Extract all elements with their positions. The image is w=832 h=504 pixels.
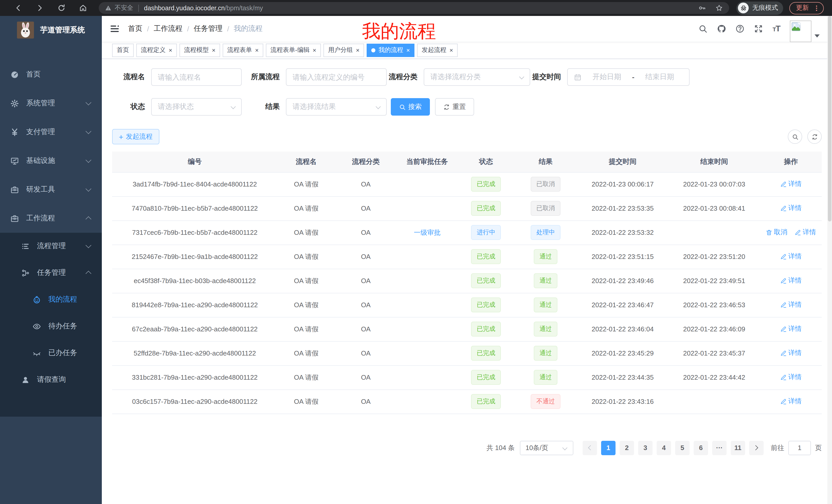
sidebar-item-系统管理[interactable]: 系统管理 xyxy=(0,89,102,118)
close-icon[interactable]: × xyxy=(313,47,316,53)
search-button[interactable]: 搜索 xyxy=(391,98,430,116)
action-取消[interactable]: 取消 xyxy=(766,228,787,237)
menu-icon xyxy=(32,348,41,357)
sidebar-item-任务管理[interactable]: 任务管理 xyxy=(0,259,102,286)
breadcrumb-item-任务管理[interactable]: 任务管理 xyxy=(194,24,223,33)
action-详情[interactable]: 详情 xyxy=(780,325,802,334)
prev-page-button[interactable] xyxy=(582,441,597,455)
current-task-link[interactable]: 一级审批 xyxy=(414,228,440,236)
page-button-3[interactable]: 3 xyxy=(638,441,653,455)
tab-流程模型[interactable]: 流程模型 × xyxy=(179,44,220,57)
close-icon[interactable]: × xyxy=(356,47,359,53)
avatar-dropdown-caret[interactable] xyxy=(814,34,820,37)
action-详情[interactable]: 详情 xyxy=(780,373,802,382)
action-详情[interactable]: 详情 xyxy=(795,228,816,237)
status-select[interactable]: 请选择状态 xyxy=(151,98,242,116)
sidebar-item-支付管理[interactable]: 支付管理 xyxy=(0,118,102,146)
page-size-select[interactable]: 10条/页 xyxy=(520,441,573,455)
scrollbar-thumb[interactable] xyxy=(828,16,831,221)
close-icon[interactable]: × xyxy=(169,47,172,53)
bookmark-star-icon[interactable] xyxy=(715,4,723,12)
action-icon xyxy=(780,302,787,308)
end-date-placeholder[interactable]: 结束日期 xyxy=(636,73,683,82)
sidebar-item-我的流程[interactable]: 我的流程 xyxy=(0,286,102,313)
breadcrumb-item-我的流程: 我的流程 xyxy=(234,24,262,33)
tab-流程表单-编辑[interactable]: 流程表单-编辑 × xyxy=(266,44,321,57)
sidebar-item-待办任务[interactable]: 待办任务 xyxy=(0,313,102,340)
browser-home-button[interactable] xyxy=(72,0,94,16)
action-详情[interactable]: 详情 xyxy=(780,204,802,213)
tab-流程定义[interactable]: 流程定义 × xyxy=(136,44,177,57)
action-icon xyxy=(780,181,787,188)
screen: 不安全 dashboard.yudao.iocoder.cn/bpm/task/… xyxy=(0,0,832,504)
page-button-6[interactable]: 6 xyxy=(694,441,708,455)
close-icon[interactable]: × xyxy=(406,47,410,53)
sidebar-item-首页[interactable]: 首页 xyxy=(0,60,102,89)
fullscreen-button[interactable] xyxy=(750,16,768,41)
tab-发起流程[interactable]: 发起流程 × xyxy=(417,44,458,57)
sidebar-item-流程管理[interactable]: 流程管理 xyxy=(0,233,102,259)
start-process-button[interactable]: +发起流程 xyxy=(112,129,159,144)
browser-reload-button[interactable] xyxy=(50,0,72,16)
font-size-button[interactable]: TT xyxy=(768,16,785,41)
action-详情[interactable]: 详情 xyxy=(780,179,802,189)
toggle-search-button[interactable] xyxy=(788,130,802,144)
tab-流程表单[interactable]: 流程表单 × xyxy=(223,44,263,57)
browser-back-button[interactable] xyxy=(7,0,29,16)
page-button-1[interactable]: 1 xyxy=(601,441,616,455)
action-详情[interactable]: 详情 xyxy=(780,348,802,358)
header-search-button[interactable] xyxy=(694,16,712,41)
action-详情[interactable]: 详情 xyxy=(780,397,802,406)
refresh-table-button[interactable] xyxy=(807,130,822,144)
user-avatar[interactable] xyxy=(790,21,811,42)
result-select[interactable]: 请选择流结果 xyxy=(286,98,387,116)
goto-page-input[interactable] xyxy=(788,441,811,455)
process-category-select[interactable]: 请选择流程分类 xyxy=(424,68,530,86)
page-scrollbar[interactable] xyxy=(827,16,832,504)
page-button-4[interactable]: 4 xyxy=(657,441,671,455)
chevron-right-icon xyxy=(753,445,758,450)
address-bar[interactable]: 不安全 dashboard.yudao.iocoder.cn/bpm/task/… xyxy=(99,2,729,14)
parent-process-input[interactable] xyxy=(286,68,387,86)
sidebar-item-已办任务[interactable]: 已办任务 xyxy=(0,340,102,366)
app-logo[interactable]: 芋道管理系统 xyxy=(0,16,102,44)
start-date-placeholder[interactable]: 开始日期 xyxy=(583,73,630,82)
tab-label: 流程表单-编辑 xyxy=(270,46,310,54)
help-button[interactable] xyxy=(731,16,750,41)
breadcrumb-item-工作流程[interactable]: 工作流程 xyxy=(154,24,183,33)
sidebar-toggle-button[interactable] xyxy=(109,24,120,34)
more-pages-button[interactable]: ··· xyxy=(712,441,727,455)
page-button-11[interactable]: 11 xyxy=(731,441,745,455)
menu-icon xyxy=(21,375,30,384)
action-详情[interactable]: 详情 xyxy=(780,300,802,310)
action-详情[interactable]: 详情 xyxy=(780,252,802,261)
action-icon xyxy=(780,253,787,260)
reset-button[interactable]: 重置 xyxy=(435,98,474,116)
sidebar-item-请假查询[interactable]: 请假查询 xyxy=(0,366,102,393)
status-badge: 已完成 xyxy=(471,322,501,337)
browser-forward-button[interactable] xyxy=(29,0,50,16)
page-button-5[interactable]: 5 xyxy=(675,441,690,455)
tab-我的流程[interactable]: 我的流程 × xyxy=(367,44,414,57)
breadcrumb-item-首页[interactable]: 首页 xyxy=(128,24,142,33)
submit-time-range-picker[interactable]: 开始日期 - 结束日期 xyxy=(567,68,690,86)
process-name-input[interactable] xyxy=(151,68,242,86)
font-size-icon: TT xyxy=(773,24,780,33)
browser-update-button[interactable]: 更新 xyxy=(789,2,824,14)
sidebar-item-研发工具[interactable]: 研发工具 xyxy=(0,175,102,204)
sidebar-item-基础设施[interactable]: 基础设施 xyxy=(0,146,102,175)
close-icon[interactable]: × xyxy=(255,47,259,53)
close-icon[interactable]: × xyxy=(212,47,215,53)
action-详情[interactable]: 详情 xyxy=(780,276,802,285)
tab-首页[interactable]: 首页 xyxy=(112,44,134,57)
cell-category: OA xyxy=(335,245,397,269)
github-button[interactable] xyxy=(712,16,731,41)
next-page-button[interactable] xyxy=(749,441,763,455)
close-icon[interactable]: × xyxy=(449,47,453,53)
tab-用户分组[interactable]: 用户分组 × xyxy=(323,44,364,57)
sidebar-item-工作流程[interactable]: 工作流程 xyxy=(0,204,102,233)
password-key-icon[interactable] xyxy=(698,4,706,12)
action-icon xyxy=(780,398,787,405)
page-button-2[interactable]: 2 xyxy=(620,441,634,455)
browser-menu-icon[interactable] xyxy=(813,4,820,11)
